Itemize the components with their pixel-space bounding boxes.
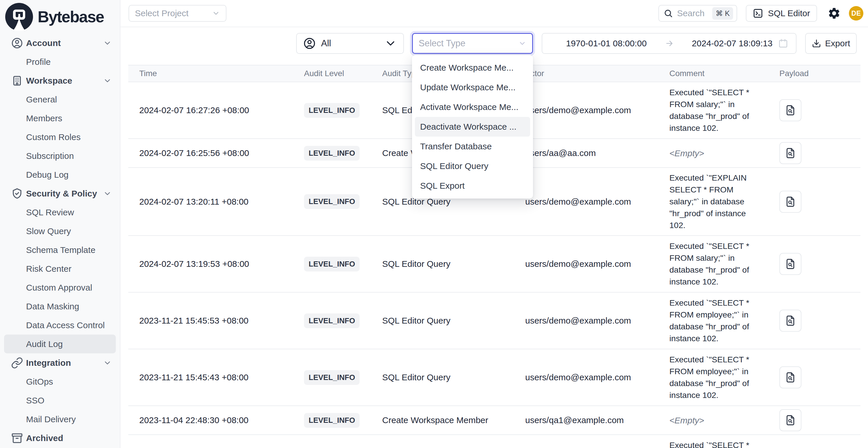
level-badge: LEVEL_INFO: [304, 194, 360, 209]
chevron-down-icon: [103, 76, 112, 85]
level-badge: LEVEL_INFO: [304, 413, 360, 428]
sidebar-item-label: SQL Review: [26, 207, 74, 217]
search-input[interactable]: Search ⌘ K: [658, 5, 737, 22]
terminal-icon: [753, 8, 763, 19]
table-row: 2023-11-04 21:26:34 +08:00 LEVEL_INFO SQ…: [128, 435, 861, 448]
arrow-right-icon: [665, 39, 674, 48]
cell-actor: users/demo@example.com: [521, 259, 665, 269]
cell-comment: Executed `"SELECT * FROM salary;"` in da…: [665, 236, 772, 292]
sidebar-item-integration[interactable]: Integration: [0, 353, 120, 372]
sidebar-item-custom-approval[interactable]: Custom Approval: [0, 278, 120, 297]
filter-bar: All Select Type 1970-01-01 08:00:00 2024…: [120, 33, 868, 54]
sidebar-item-label: Custom Approval: [26, 283, 92, 293]
actor-filter-select[interactable]: All: [296, 33, 404, 54]
dropdown-option-sql-editor-query[interactable]: SQL Editor Query: [415, 156, 530, 176]
sidebar-item-data-masking[interactable]: Data Masking: [0, 297, 120, 316]
sidebar-item-members[interactable]: Members: [0, 109, 120, 128]
file-search-icon: [785, 258, 796, 270]
sidebar-item-archived[interactable]: Archived: [0, 428, 120, 447]
table-row: 2024-02-07 13:19:53 +08:00 LEVEL_INFO SQ…: [128, 236, 861, 293]
sidebar-item-general[interactable]: General: [0, 90, 120, 109]
payload-button[interactable]: [779, 191, 801, 213]
dropdown-option-transfer-database[interactable]: Transfer Database: [415, 137, 530, 156]
brand-logo[interactable]: Bytebase: [0, 0, 120, 34]
sidebar-item-label: Workspace: [26, 76, 72, 86]
cell-comment: Executed `"SELECT * FROM department;"` i…: [665, 435, 772, 448]
payload-button[interactable]: [779, 142, 801, 164]
sidebar-item-mail-delivery[interactable]: Mail Delivery: [0, 410, 120, 428]
chevron-down-icon: [103, 189, 112, 198]
payload-button[interactable]: [779, 253, 801, 275]
sidebar-item-custom-roles[interactable]: Custom Roles: [0, 128, 120, 147]
payload-button[interactable]: [779, 310, 801, 332]
date-range-picker[interactable]: 1970-01-01 08:00:00 2024-02-07 18:09:13: [542, 33, 797, 54]
sidebar-item-audit-log[interactable]: Audit Log: [4, 334, 116, 353]
payload-button[interactable]: [779, 99, 801, 121]
sql-editor-label: SQL Editor: [768, 8, 810, 18]
sql-editor-button[interactable]: SQL Editor: [746, 5, 817, 22]
dropdown-option-create-workspace-member[interactable]: Create Workspace Me...: [415, 58, 530, 77]
project-select-placeholder: Select Project: [135, 8, 188, 18]
dropdown-option-sql-export[interactable]: SQL Export: [415, 176, 530, 196]
sidebar-item-sso[interactable]: SSO: [0, 391, 120, 410]
sidebar-item-risk-center[interactable]: Risk Center: [0, 259, 120, 278]
settings-gear-icon[interactable]: [828, 7, 841, 20]
dropdown-option-update-workspace-member[interactable]: Update Workspace Me...: [415, 77, 530, 97]
cell-payload: [772, 366, 855, 388]
cell-comment: Executed `"SELECT * FROM employee;"` in …: [665, 293, 772, 348]
sidebar-nav: Account Profile Workspace General Member…: [0, 34, 120, 448]
cell-time: 2023-11-21 15:45:53 +08:00: [128, 316, 301, 326]
search-shortcut-badge: ⌘ K: [712, 7, 733, 20]
cell-time: 2024-02-07 13:20:11 +08:00: [128, 197, 301, 206]
chevron-down-icon: [103, 359, 112, 367]
dropdown-option-activate-workspace-member[interactable]: Activate Workspace Me...: [415, 97, 530, 117]
avatar[interactable]: DE: [849, 6, 863, 21]
dropdown-option-deactivate-workspace-member[interactable]: Deactivate Workspace ...: [415, 117, 530, 137]
cell-audit-type: SQL Editor Query: [379, 259, 521, 269]
topbar: Select Project Search ⌘ K SQL Editor DE: [120, 0, 868, 27]
cell-time: 2024-02-07 13:19:53 +08:00: [128, 259, 301, 269]
download-icon: [812, 39, 821, 48]
sidebar-item-sql-review[interactable]: SQL Review: [0, 203, 120, 222]
column-header-comment: Comment: [665, 69, 772, 78]
export-button[interactable]: Export: [805, 33, 857, 54]
type-filter-select[interactable]: Select Type: [412, 33, 533, 54]
cell-audit-level: LEVEL_INFO: [301, 146, 379, 161]
archive-icon: [10, 431, 24, 445]
sidebar-item-debug-log[interactable]: Debug Log: [0, 165, 120, 184]
cell-payload: [772, 409, 855, 431]
cell-audit-level: LEVEL_INFO: [301, 413, 379, 428]
sidebar-item-label: Integration: [26, 358, 71, 368]
project-select[interactable]: Select Project: [129, 5, 226, 22]
sidebar-item-subscription[interactable]: Subscription: [0, 147, 120, 165]
payload-button[interactable]: [779, 409, 801, 431]
column-header-time: Time: [128, 69, 301, 78]
sidebar-item-slow-query[interactable]: Slow Query: [0, 222, 120, 241]
cell-comment: <Empty>: [665, 410, 772, 430]
sidebar-item-label: Members: [26, 114, 62, 123]
payload-button[interactable]: [779, 366, 801, 388]
cell-comment: Executed `"SELECT * FROM salary;"` in da…: [665, 83, 772, 138]
sidebar-item-account[interactable]: Account: [0, 34, 120, 53]
cell-time: 2024-02-07 16:25:56 +08:00: [128, 148, 301, 158]
sidebar-item-profile[interactable]: Profile: [0, 53, 120, 71]
calendar-icon: [778, 38, 788, 49]
cell-comment: Executed `"SELECT * FROM employee;"` in …: [665, 350, 772, 405]
sidebar-item-schema-template[interactable]: Schema Template: [0, 241, 120, 259]
file-search-icon: [785, 315, 796, 326]
level-badge: LEVEL_INFO: [304, 103, 360, 118]
table-row: 2023-11-21 15:45:43 +08:00 LEVEL_INFO SQ…: [128, 349, 861, 406]
cell-time: 2023-11-21 15:45:43 +08:00: [128, 373, 301, 382]
sidebar-item-data-access-control[interactable]: Data Access Control: [0, 316, 120, 334]
table-row: 2023-11-04 22:48:30 +08:00 LEVEL_INFO Cr…: [128, 406, 861, 435]
sidebar-item-workspace[interactable]: Workspace: [0, 71, 120, 90]
file-search-icon: [785, 196, 796, 207]
sidebar-item-security-policy[interactable]: Security & Policy: [0, 184, 120, 203]
search-placeholder: Search: [677, 8, 708, 18]
cell-actor: users/aa@aa.com: [521, 148, 665, 158]
cell-audit-level: LEVEL_INFO: [301, 370, 379, 385]
sidebar-item-label: Security & Policy: [26, 189, 97, 198]
sidebar-item-gitops[interactable]: GitOps: [0, 372, 120, 391]
cell-payload: [772, 99, 855, 121]
sidebar-item-label: SSO: [26, 395, 44, 406]
